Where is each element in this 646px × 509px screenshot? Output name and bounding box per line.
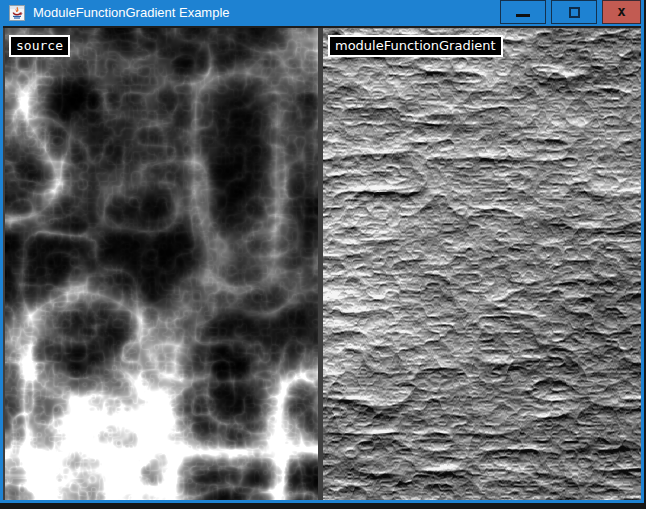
close-icon: x	[617, 4, 625, 18]
source-image-panel: source	[5, 28, 318, 500]
close-button[interactable]: x	[602, 0, 641, 24]
java-coffee-cup-icon	[9, 5, 25, 21]
window-title: ModuleFunctionGradient Example	[33, 0, 230, 26]
maximize-button[interactable]	[551, 0, 597, 24]
minimize-button[interactable]	[500, 0, 546, 24]
module-function-gradient-image	[323, 28, 641, 500]
gradient-image-panel: moduleFunctionGradient	[323, 28, 641, 500]
titlebar[interactable]: ModuleFunctionGradient Example x	[3, 0, 641, 26]
module-function-gradient-label: moduleFunctionGradient	[328, 35, 503, 57]
window-controls: x	[495, 0, 641, 24]
content-area: source moduleFunctionGradient	[3, 28, 641, 500]
source-image	[5, 28, 318, 500]
app-window: ModuleFunctionGradient Example x source …	[0, 0, 644, 503]
source-label: source	[9, 35, 70, 57]
minimize-icon	[516, 14, 530, 17]
maximize-icon	[569, 7, 580, 18]
